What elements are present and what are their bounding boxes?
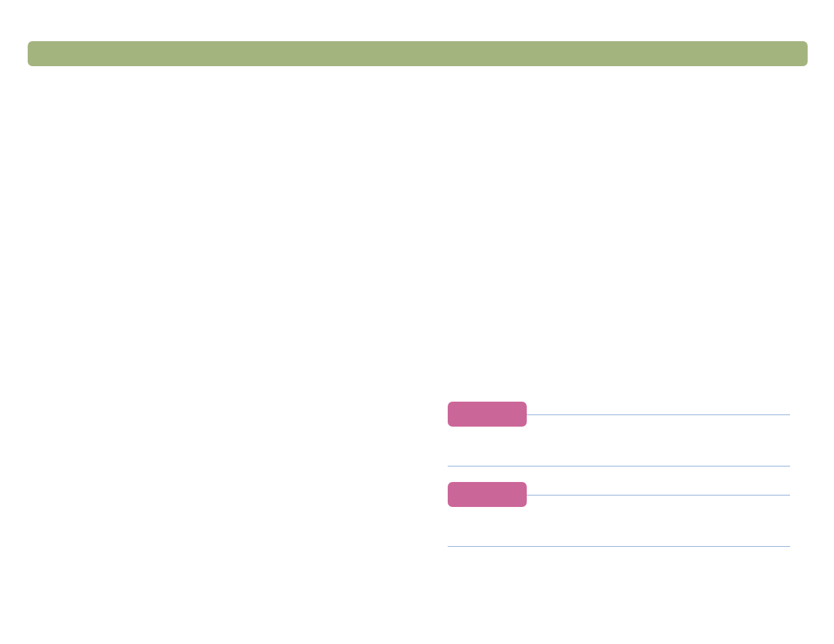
- form-group-1: [448, 402, 790, 466]
- action-button-1[interactable]: [448, 402, 527, 427]
- top-bar: [28, 41, 808, 66]
- right-panel: [448, 402, 790, 573]
- divider-line: [448, 546, 790, 547]
- form-group-2: [448, 482, 790, 547]
- divider-line: [448, 466, 790, 466]
- action-button-2[interactable]: [448, 482, 527, 507]
